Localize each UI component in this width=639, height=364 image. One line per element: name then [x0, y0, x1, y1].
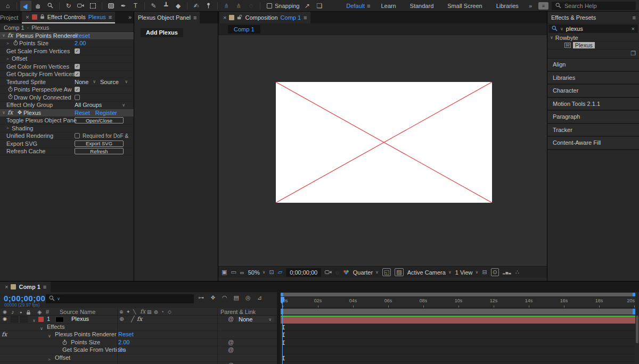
- quality-switch-icon[interactable]: ╲: [133, 308, 136, 316]
- export-svg-button[interactable]: Export SVG: [75, 140, 124, 147]
- frame-blending-icon[interactable]: ▤: [233, 294, 239, 301]
- placeholder-layer[interactable]: [276, 82, 492, 203]
- pickwhip-icon[interactable]: @: [228, 339, 234, 346]
- register-link[interactable]: Register: [95, 110, 117, 116]
- layer-name[interactable]: Plexus: [71, 316, 89, 322]
- layer-visibility-icon[interactable]: ◉: [3, 316, 7, 322]
- snapshot-icon[interactable]: [325, 269, 332, 276]
- selection-tool[interactable]: ▶: [20, 1, 31, 11]
- dropdown[interactable]: Source∨: [100, 79, 128, 85]
- scroll-left-handle[interactable]: [281, 293, 283, 296]
- pickwhip-icon[interactable]: @: [228, 362, 234, 364]
- property-value[interactable]: Reset: [118, 331, 134, 338]
- breadcrumb-layer[interactable]: Plexus: [31, 24, 49, 31]
- effects-presets-search[interactable]: ∨ plexus ×: [548, 24, 638, 33]
- world-axis-mode[interactable]: ⋔: [233, 1, 244, 11]
- property-label[interactable]: Get Scale From Vertices: [62, 346, 126, 353]
- eraser-tool[interactable]: ◆: [173, 1, 184, 11]
- ec-row[interactable]: Refresh CacheRefresh: [0, 148, 134, 156]
- property-track[interactable]: [281, 362, 635, 364]
- ec-row[interactable]: Toggle Plexus Object PaneOpen/Close: [0, 117, 134, 125]
- checkbox[interactable]: ✓: [75, 87, 80, 92]
- workspace-overflow-icon[interactable]: »: [526, 3, 535, 9]
- motion-blur-icon[interactable]: ◎: [245, 294, 251, 301]
- property-track[interactable]: I: [281, 339, 635, 347]
- property-value[interactable]: 2.00: [118, 339, 129, 346]
- tab-project[interactable]: Project: [0, 12, 22, 23]
- tab-composition[interactable]: × Composition Comp 1 ≡: [219, 12, 310, 23]
- stopwatch-icon[interactable]: [6, 94, 14, 101]
- stopwatch-icon[interactable]: [62, 340, 67, 347]
- expander-icon[interactable]: >: [6, 41, 12, 46]
- threed-switch-icon[interactable]: ◇: [168, 308, 171, 316]
- draft-3d-icon[interactable]: ❖: [210, 294, 216, 301]
- property-label[interactable]: Offset: [55, 354, 70, 361]
- property-track[interactable]: I: [281, 331, 635, 339]
- comp-mini-flowchart-icon[interactable]: ⊶: [198, 294, 204, 301]
- brush-tool[interactable]: ✎: [148, 1, 159, 11]
- pickwhip-icon[interactable]: @: [228, 346, 234, 353]
- tab-effect-controls[interactable]: × Effect Controls Plexus ≡: [22, 12, 115, 23]
- rectangle-tool[interactable]: [105, 1, 117, 11]
- expander-icon[interactable]: >: [6, 56, 12, 61]
- panel-corner-icon[interactable]: ❐: [630, 50, 636, 57]
- group-label[interactable]: Shading: [12, 125, 33, 131]
- property-label[interactable]: Plexus Points Renderer: [55, 331, 117, 338]
- panel-header-motion-tools-2-1-1[interactable]: Motion Tools 2.1.1: [547, 98, 639, 111]
- checkbox[interactable]: [75, 133, 80, 138]
- pan-behind-tool[interactable]: [87, 1, 99, 11]
- ec-row[interactable]: >Shading: [0, 125, 134, 133]
- ec-row[interactable]: Export SVGExport SVG: [0, 140, 134, 148]
- breadcrumb-comp[interactable]: Comp 1: [4, 24, 24, 31]
- type-tool[interactable]: T: [130, 1, 141, 11]
- transparency-grid-icon[interactable]: ▨: [395, 268, 403, 276]
- checkbox[interactable]: ✓: [75, 64, 80, 69]
- checkbox[interactable]: [75, 95, 80, 100]
- property-track[interactable]: I: [281, 324, 635, 332]
- ec-row[interactable]: Unified RenderingRequired for DoF &: [0, 133, 134, 140]
- layer-row[interactable]: ◉∨1Plexus⊕╱fx@None∨: [0, 316, 277, 324]
- expander-icon[interactable]: >: [6, 126, 12, 130]
- panel-header-character[interactable]: Character: [547, 85, 639, 98]
- source-name-column-label[interactable]: Source Name: [60, 308, 95, 316]
- effects-item-row[interactable]: 32 Plexus: [547, 42, 639, 49]
- refresh-button[interactable]: Refresh: [75, 148, 124, 154]
- ec-row[interactable]: Get Scale From Vertices✓: [0, 47, 134, 55]
- property-row[interactable]: ∨Effects: [0, 324, 277, 332]
- solo-column-icon[interactable]: ●: [20, 309, 22, 316]
- effects-presets-header[interactable]: Effects & Presets ≡: [547, 12, 639, 23]
- layer-quality-switch[interactable]: ╱: [131, 316, 135, 322]
- effect-item-label[interactable]: Plexus: [573, 42, 595, 48]
- workspace-libraries[interactable]: Libraries: [489, 3, 526, 9]
- checkbox[interactable]: ✓: [75, 71, 80, 77]
- panel-menu-icon[interactable]: ≡: [109, 14, 111, 20]
- frame-blend-switch-icon[interactable]: ▤: [147, 308, 152, 316]
- preview-timecode[interactable]: 0;00;00;00: [286, 268, 321, 277]
- ec-row[interactable]: Draw Only Connected: [0, 94, 134, 102]
- dropdown[interactable]: All Groups∨: [75, 102, 125, 108]
- ec-row[interactable]: >Offset: [0, 55, 134, 63]
- always-preview-icon[interactable]: ▣: [222, 269, 227, 276]
- close-icon[interactable]: ×: [5, 284, 8, 290]
- adjustment-switch-icon[interactable]: ◔: [161, 308, 163, 316]
- ec-row[interactable]: Get Color From Vertices✓: [0, 63, 134, 71]
- eye-column-icon[interactable]: ◉: [3, 308, 7, 316]
- home-tool[interactable]: ⌂: [2, 1, 13, 11]
- reset-link[interactable]: Reset: [75, 110, 90, 116]
- motion-blur-switch-icon[interactable]: ◍: [154, 308, 158, 316]
- ec-row[interactable]: Effect Only GroupAll Groups∨: [0, 102, 134, 110]
- tab-plexus-object-panel[interactable]: Plexus Object Panel ≡: [134, 12, 200, 23]
- tab-timeline-comp[interactable]: × Comp 1 ≡: [0, 282, 51, 292]
- panel-overflow-icon[interactable]: »: [128, 14, 132, 20]
- panel-menu-icon[interactable]: ≡: [193, 14, 196, 21]
- search-input[interactable]: plexus: [566, 26, 629, 32]
- layer-duration-bar[interactable]: [281, 316, 635, 324]
- add-plexus-button[interactable]: Add Plexus: [141, 28, 183, 37]
- rotation-tool[interactable]: ↻: [63, 1, 74, 11]
- flowchart-nodes-icon[interactable]: ∴: [515, 269, 519, 276]
- workspace-learn[interactable]: Learn: [374, 3, 403, 9]
- clear-search-icon[interactable]: ×: [632, 26, 635, 32]
- current-timecode[interactable]: 0;00;00;00: [4, 294, 45, 303]
- chevron-down-icon[interactable]: ∨: [2, 33, 7, 38]
- grid-guides-icon[interactable]: ⊡: [269, 269, 274, 276]
